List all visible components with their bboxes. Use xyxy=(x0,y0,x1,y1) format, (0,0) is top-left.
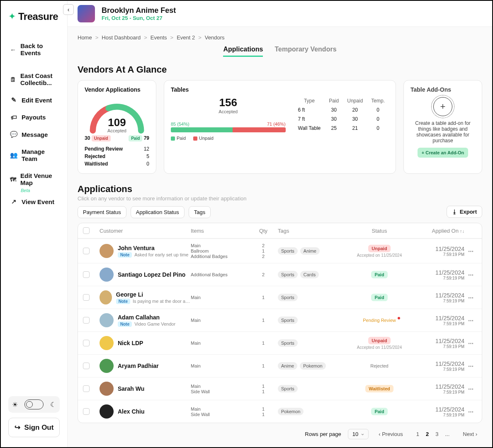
col-items[interactable]: Items xyxy=(191,228,249,234)
tags-cell: Sports xyxy=(278,385,348,392)
row-actions-button[interactable]: ⋯ xyxy=(464,248,477,254)
va-paid-badge: Paid xyxy=(129,135,142,141)
sidebar-item-0[interactable]: 🗓East Coast Collectib... xyxy=(8,67,60,91)
col-qty[interactable]: Qty xyxy=(249,228,278,234)
table-row[interactable]: Aryam Padhiar Main 1 AnimePokemon Reject… xyxy=(78,354,482,377)
tab-applications[interactable]: Applications xyxy=(223,46,263,57)
row-actions-button[interactable]: ⋯ xyxy=(464,317,477,324)
map-icon: 🗺 xyxy=(10,176,16,183)
stat-key: Rejected xyxy=(85,153,105,159)
table-row[interactable]: Adam CallahanNoteVideo Game Vendor Main … xyxy=(78,309,482,331)
avatar xyxy=(100,244,114,258)
sidebar-item-3[interactable]: 💬Message xyxy=(8,126,60,143)
page-...[interactable]: ... xyxy=(442,429,453,439)
items-cell: MainBallroomAdditional Badges xyxy=(191,243,249,259)
row-actions-button[interactable]: ⋯ xyxy=(464,386,477,392)
theme-toggle[interactable]: ☀ ☾ xyxy=(8,396,60,413)
breadcrumb-item[interactable]: Event 2 xyxy=(177,34,195,41)
table-row[interactable]: George LiNoteIs paying me at the door an… xyxy=(78,286,482,309)
row-actions-button[interactable]: ⋯ xyxy=(464,409,477,415)
event-thumbnail xyxy=(78,5,95,22)
items-cell: MainSide Wall xyxy=(191,384,249,394)
row-actions-button[interactable]: ⋯ xyxy=(464,363,477,369)
row-checkbox[interactable] xyxy=(83,340,90,346)
filter-payment-status[interactable]: Payment Status xyxy=(78,206,126,218)
rows-per-page-select[interactable]: 10 xyxy=(348,429,369,439)
people-icon: 👥 xyxy=(10,151,17,159)
tables-total-label: Accepted xyxy=(171,109,286,114)
col-status[interactable]: Status xyxy=(348,228,410,234)
qty-cell: 11 xyxy=(249,384,278,394)
note-badge: Note xyxy=(118,252,132,258)
table-row[interactable]: Santiago Lopez Del Pino Additional Badge… xyxy=(78,263,482,286)
sidebar-item-4[interactable]: 👥Manage Team xyxy=(8,143,60,167)
stat-value: 5 xyxy=(146,153,149,159)
nav-back-to-events[interactable]: ← Back to Events xyxy=(8,37,60,61)
table-row[interactable]: Alex Chiu MainSide Wall 11 Pokemon Paid … xyxy=(78,400,482,423)
breadcrumb-item[interactable]: Host Dashboard xyxy=(102,34,141,41)
sidebar-item-1[interactable]: ✎Edit Event xyxy=(8,91,60,109)
tables-breakdown-table: TypePaidUnpaidTemp. 6 ft302007 ft30300Wa… xyxy=(294,96,389,133)
filter-tags[interactable]: Tags xyxy=(189,206,211,218)
table-row[interactable]: John VenturaNoteAsked for early set up t… xyxy=(78,239,482,263)
qty-cell: 1 xyxy=(249,363,278,368)
tag: Sports xyxy=(278,317,298,324)
va-paid-count: 79 xyxy=(144,135,149,141)
export-button[interactable]: ⭳ Export xyxy=(447,206,482,218)
col-tags[interactable]: Tags xyxy=(278,228,348,234)
filter-application-status[interactable]: Application Status xyxy=(131,206,185,218)
page-1[interactable]: 1 xyxy=(413,429,423,439)
col-applied[interactable]: Applied On xyxy=(410,228,464,234)
customer-name: Aryam Padhiar xyxy=(118,363,159,369)
next-button[interactable]: Next › xyxy=(459,429,481,439)
sidebar-item-6[interactable]: ↗View Event xyxy=(8,193,60,210)
page-3[interactable]: 3 xyxy=(432,429,442,439)
page-2[interactable]: 2 xyxy=(423,429,432,439)
items-cell: Main xyxy=(191,363,249,368)
table-row[interactable]: Sarah Wu MainSide Wall 11 Sports Waitlis… xyxy=(78,377,482,400)
sign-out-button[interactable]: ↪ Sign Out xyxy=(8,418,60,437)
tables-unpaid-pct: 71 (46%) xyxy=(267,122,286,127)
row-checkbox[interactable] xyxy=(83,317,90,324)
tags-cell: Pokemon xyxy=(278,408,348,415)
avatar xyxy=(100,290,112,304)
row-checkbox[interactable] xyxy=(83,363,90,369)
row-actions-button[interactable]: ⋯ xyxy=(464,272,477,278)
toggle-pill[interactable] xyxy=(24,399,44,409)
breadcrumb-item[interactable]: Events xyxy=(151,34,167,41)
prev-button[interactable]: ‹ Previous xyxy=(375,429,406,439)
row-actions-button[interactable]: ⋯ xyxy=(464,295,477,301)
rows-per-page-label: Rows per page xyxy=(305,431,341,437)
select-all-checkbox[interactable] xyxy=(83,227,90,234)
card-va-title: Vendor Applications xyxy=(85,86,149,93)
download-icon: ⭳ xyxy=(452,209,457,215)
row-checkbox[interactable] xyxy=(83,385,90,392)
sign-out-label: Sign Out xyxy=(24,424,54,432)
addons-desc: Create a table add-on for things like ba… xyxy=(410,120,475,144)
note-text: Is paying me at the door and ... xyxy=(133,299,191,304)
sidebar-item-2[interactable]: 🏷Payouts xyxy=(8,109,60,126)
row-checkbox[interactable] xyxy=(83,294,90,301)
qty-cell: 1 xyxy=(249,341,278,346)
tab-temporary-vendors[interactable]: Temporary Vendors xyxy=(274,46,336,57)
avatar xyxy=(100,268,114,282)
breadcrumb-item[interactable]: Home xyxy=(78,34,92,41)
sign-out-icon: ↪ xyxy=(15,423,20,432)
calendar-icon: 🗓 xyxy=(10,76,16,83)
tag: Sports xyxy=(278,247,298,255)
customer-name: John Ventura xyxy=(118,245,188,251)
row-checkbox[interactable] xyxy=(83,408,90,415)
create-addon-button[interactable]: + Create an Add-On xyxy=(418,148,469,158)
status-cell: Paid xyxy=(348,294,410,301)
row-checkbox[interactable] xyxy=(83,248,90,254)
breadcrumb-item[interactable]: Vendors xyxy=(205,34,225,41)
sidebar-item-label: Edit Venue Map xyxy=(20,172,58,186)
row-actions-button[interactable]: ⋯ xyxy=(464,340,477,346)
pagination: Rows per page 10 ‹ Previous 123... Next … xyxy=(79,429,481,439)
date-cell: 11/25/20247:59:19 PM xyxy=(410,315,464,326)
status-cell: Rejected xyxy=(348,363,410,368)
row-checkbox[interactable] xyxy=(83,271,90,278)
sidebar-collapse-button[interactable]: ‹ xyxy=(63,4,74,15)
col-customer[interactable]: Customer xyxy=(100,228,191,234)
table-row[interactable]: Nick LDP Main 1 Sports UnpaidAccepted on… xyxy=(78,331,482,354)
